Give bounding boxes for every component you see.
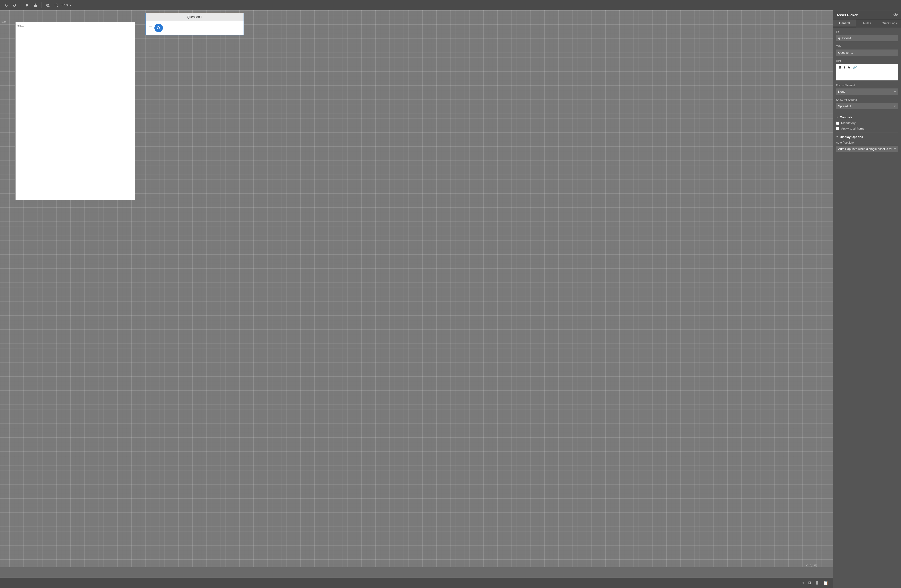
page-area[interactable]: text 1 [15, 22, 135, 200]
delete-item-button[interactable]: 🗑 [814, 580, 820, 586]
display-options-label: Display Options [840, 135, 863, 139]
preview-widget: Question 1 ☰ [145, 12, 244, 36]
id-label: ID [836, 30, 898, 34]
panel-title: Asset Picker [837, 13, 857, 17]
widget-title-bar: Question 1 [146, 13, 243, 21]
hint-link-button[interactable]: 🔗 [852, 65, 858, 70]
more-options-button[interactable]: 📋 [822, 580, 829, 586]
zoom-level-display: 67 % ▾ [61, 3, 72, 7]
svg-point-4 [895, 14, 896, 15]
svg-line-2 [159, 29, 160, 30]
hint-body[interactable] [836, 71, 898, 80]
tab-rules[interactable]: Rules [856, 19, 878, 27]
top-toolbar: 67 % ▾ [0, 0, 901, 10]
show-for-spread-select[interactable]: Spread_1 [836, 103, 898, 109]
mandatory-checkbox-label: Mandatory [841, 121, 856, 125]
canvas-container[interactable]: (0, 0) text 1 (210, 297) Question 1 ☰ [0, 10, 833, 578]
focus-element-field-group: Focus Element None [836, 84, 898, 95]
divider-2 [836, 133, 898, 133]
mandatory-checkbox-row: Mandatory [836, 121, 898, 125]
zoom-dropdown-button[interactable]: ▾ [69, 3, 72, 7]
display-options-chevron-icon[interactable]: ▼ [836, 136, 839, 138]
auto-populate-field-group: Auto Populate Auto Populate when a singl… [836, 141, 898, 152]
canvas-area: (0, 0) text 1 (210, 297) Question 1 ☰ [0, 10, 833, 588]
panel-header: Asset Picker [833, 10, 901, 19]
main-area: (0, 0) text 1 (210, 297) Question 1 ☰ [0, 10, 901, 588]
right-panel: Asset Picker General Rules Quick Logic [833, 10, 901, 588]
show-for-spread-field-group: Show for Spread Spread_1 [836, 98, 898, 109]
tab-general[interactable]: General [833, 19, 856, 27]
hint-field-group: Hint B I A 🔗 [836, 59, 898, 81]
hint-bold-button[interactable]: B [838, 65, 842, 70]
mandatory-checkbox[interactable] [836, 122, 839, 125]
widget-body: ☰ [146, 21, 243, 35]
focus-element-label: Focus Element [836, 84, 898, 87]
hint-label: Hint [836, 59, 898, 62]
display-options-section-header: ▼ Display Options [836, 135, 898, 139]
focus-element-select[interactable]: None [836, 88, 898, 95]
title-label: Title [836, 45, 898, 48]
page-text: text 1 [17, 24, 24, 27]
hint-toolbar: B I A 🔗 [836, 64, 898, 71]
controls-section-header: ▼ Controls [836, 115, 898, 119]
hint-font-color-button[interactable]: A [846, 65, 851, 70]
auto-populate-label: Auto Populate [836, 141, 898, 144]
show-for-spread-label: Show for Spread [836, 98, 898, 101]
widget-search-button[interactable] [154, 24, 163, 32]
add-item-button[interactable]: + [801, 580, 806, 586]
undo-button[interactable] [3, 2, 9, 8]
select-tool-button[interactable] [24, 2, 30, 8]
copy-item-button[interactable]: ⧉ [807, 580, 812, 586]
canvas-bottom-toolbar: + ⧉ 🗑 📋 [0, 578, 833, 588]
hint-italic-button[interactable]: I [843, 65, 846, 70]
zoom-out-button[interactable] [53, 2, 59, 8]
apply-to-all-checkbox-label: Apply to all items [841, 127, 864, 130]
title-field-group: Title [836, 45, 898, 56]
hand-tool-button[interactable] [32, 2, 39, 8]
panel-tabs: General Rules Quick Logic [833, 19, 901, 28]
zoom-in-button[interactable] [45, 2, 51, 8]
redo-button[interactable] [11, 2, 18, 8]
widget-menu-icon[interactable]: ☰ [149, 26, 152, 30]
controls-chevron-icon[interactable]: ▼ [836, 116, 839, 119]
coord-bottom-right: (210, 297) [806, 564, 817, 567]
id-field-group: ID [836, 30, 898, 42]
id-input[interactable] [836, 35, 898, 42]
title-input[interactable] [836, 49, 898, 56]
tab-quick-logic[interactable]: Quick Logic [878, 19, 901, 27]
controls-label: Controls [840, 115, 852, 119]
apply-to-all-checkbox-row: Apply to all items [836, 127, 898, 130]
visibility-toggle-button[interactable] [893, 12, 898, 17]
panel-content: ID Title Hint B I A 🔗 [833, 28, 901, 588]
auto-populate-select[interactable]: Auto Populate when a single asset is fou… [836, 145, 898, 152]
svg-point-1 [157, 27, 159, 29]
coord-top-left: (0, 0) [1, 21, 6, 23]
apply-to-all-checkbox[interactable] [836, 127, 839, 130]
hint-editor: B I A 🔗 [836, 64, 898, 81]
divider-1 [836, 113, 898, 113]
